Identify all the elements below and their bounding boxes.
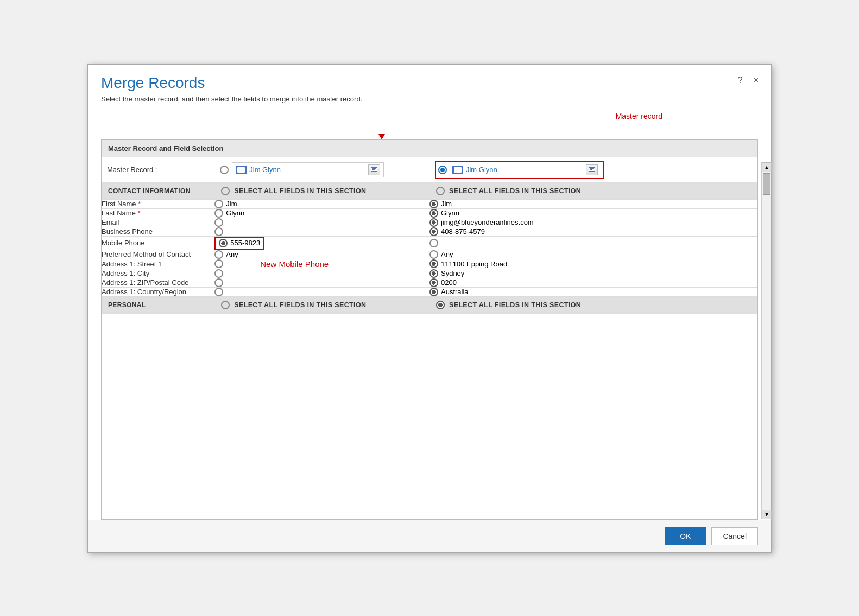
first-name-right-value: Jim xyxy=(441,200,452,208)
master-record-left-radio[interactable] xyxy=(220,166,229,174)
mobile-phone-right-radio[interactable] xyxy=(430,239,438,247)
address-zip-left-cell xyxy=(214,278,430,287)
address-street-right-cell: 111100 Epping Road xyxy=(430,259,757,269)
contact-icon-inner-left xyxy=(237,167,245,173)
field-label-address-street: Address 1: Street 1 xyxy=(102,259,214,269)
table-area: Master Record and Field Selection Master… xyxy=(101,139,758,520)
select-all-left-radio-contact[interactable] xyxy=(221,187,230,195)
section-select-all-right-personal: Select all fields in this section xyxy=(430,296,757,313)
scroll-down-button[interactable]: ▼ xyxy=(762,510,772,519)
master-record-field-label: Master Record : xyxy=(102,157,214,183)
field-label-mobile-phone: Mobile Phone xyxy=(102,236,214,250)
email-right-value: jimg@blueyonderairlines.com xyxy=(441,218,534,226)
master-record-row: Master Record : Jim Glynn xyxy=(102,157,757,183)
last-name-left-value: Glynn xyxy=(226,209,244,217)
section-row-personal: PERSONAL Select all fields in this secti… xyxy=(102,296,757,313)
merge-grid: Master Record : Jim Glynn xyxy=(102,157,757,314)
scrollbar-thumb[interactable] xyxy=(763,173,770,195)
first-name-left-cell: Jim xyxy=(214,199,430,208)
address-street-left-cell: New Mobile Phone xyxy=(214,259,430,269)
lookup-icon-left xyxy=(371,167,377,173)
master-record-right-radio[interactable] xyxy=(438,166,447,174)
cancel-button[interactable]: Cancel xyxy=(711,527,758,545)
preferred-contact-left-value: Any xyxy=(226,250,238,258)
email-left-cell xyxy=(214,218,430,227)
select-all-right-radio-contact[interactable] xyxy=(436,187,445,195)
master-record-left-input[interactable]: Jim Glynn xyxy=(232,162,384,177)
preferred-contact-left-cell: Any xyxy=(214,250,430,259)
master-record-right-cell: Jim Glynn xyxy=(430,157,757,183)
address-country-right-value: Australia xyxy=(441,288,469,296)
last-name-left-radio[interactable] xyxy=(214,209,223,218)
field-label-preferred-contact: Preferred Method of Contact xyxy=(102,250,214,259)
contact-icon-left xyxy=(236,166,247,174)
first-name-left-radio[interactable] xyxy=(214,200,223,208)
address-country-left-radio[interactable] xyxy=(214,288,223,296)
contact-icon-inner-right xyxy=(454,167,462,173)
mobile-phone-left-radio[interactable] xyxy=(219,239,228,247)
svg-rect-7 xyxy=(590,169,592,170)
svg-rect-2 xyxy=(372,168,376,169)
master-record-right-name: Jim Glynn xyxy=(466,166,583,174)
field-label-address-city: Address 1: City xyxy=(102,269,214,278)
business-phone-left-radio[interactable] xyxy=(214,227,223,236)
lookup-icon-right xyxy=(589,167,595,173)
address-zip-right-cell: 0200 xyxy=(430,278,757,287)
select-all-right-radio-personal[interactable] xyxy=(436,301,445,309)
email-left-radio[interactable] xyxy=(214,218,223,227)
scrollbar-track: ▲ ▼ xyxy=(761,162,771,519)
address-street-left-radio[interactable] xyxy=(214,259,223,268)
field-label-business-phone: Business Phone xyxy=(102,227,214,236)
field-label-first-name: First Name * xyxy=(102,199,214,208)
master-record-left-cell: Jim Glynn xyxy=(214,157,430,183)
address-country-left-cell xyxy=(214,287,430,296)
address-city-right-radio[interactable] xyxy=(430,269,438,278)
address-zip-left-radio[interactable] xyxy=(214,278,223,287)
address-street-right-value: 111100 Epping Road xyxy=(441,260,507,268)
section-select-all-right-contact: Select all fields in this section xyxy=(430,182,757,199)
business-phone-right-value: 408-875-4579 xyxy=(441,227,485,236)
field-label-address-zip: Address 1: ZIP/Postal Code xyxy=(102,278,214,287)
table-row: Address 1: ZIP/Postal Code 0200 xyxy=(102,278,757,287)
mobile-phone-right-cell xyxy=(430,236,757,250)
select-all-left-radio-personal[interactable] xyxy=(221,301,230,309)
dialog-controls: ? × xyxy=(735,74,761,86)
annotation-arrow-down xyxy=(378,134,385,139)
last-name-right-value: Glynn xyxy=(441,209,459,217)
close-button[interactable]: × xyxy=(751,74,761,86)
master-record-annotation-container: Master record xyxy=(88,112,771,139)
first-name-right-radio[interactable] xyxy=(430,200,438,208)
master-record-left-lookup[interactable] xyxy=(368,164,380,175)
svg-rect-3 xyxy=(372,169,375,170)
field-label-last-name: Last Name * xyxy=(102,208,214,218)
address-city-left-radio[interactable] xyxy=(214,269,223,278)
mobile-phone-left-value: 555-9823 xyxy=(230,239,260,247)
last-name-right-radio[interactable] xyxy=(430,209,438,218)
email-right-radio[interactable] xyxy=(430,218,438,227)
required-star-last-name: * xyxy=(137,209,140,217)
table-row: Email jimg@blueyonderairlines.com xyxy=(102,218,757,227)
first-name-right-cell: Jim xyxy=(430,199,757,208)
address-country-right-radio[interactable] xyxy=(430,288,438,296)
address-street-right-radio[interactable] xyxy=(430,259,438,268)
ok-button[interactable]: OK xyxy=(665,527,706,545)
preferred-contact-left-radio[interactable] xyxy=(214,250,223,259)
scroll-up-button[interactable]: ▲ xyxy=(762,162,772,172)
help-button[interactable]: ? xyxy=(735,74,746,86)
business-phone-right-cell: 408-875-4579 xyxy=(430,227,757,236)
preferred-contact-right-radio[interactable] xyxy=(430,250,438,259)
preferred-contact-right-value: Any xyxy=(441,250,453,258)
svg-rect-6 xyxy=(590,168,594,169)
table-row: Address 1: Country/Region Australia xyxy=(102,287,757,296)
address-zip-right-radio[interactable] xyxy=(430,278,438,287)
first-name-left-value: Jim xyxy=(226,200,237,208)
new-mobile-annotation-label: New Mobile Phone xyxy=(228,259,329,269)
last-name-right-cell: Glynn xyxy=(430,208,757,218)
last-name-left-cell: Glynn xyxy=(214,208,430,218)
address-zip-right-value: 0200 xyxy=(441,278,457,287)
master-record-right-lookup[interactable] xyxy=(586,164,598,175)
section-label-contact: CONTACT INFORMATION xyxy=(102,182,214,199)
address-city-left-cell xyxy=(214,269,430,278)
master-record-right-input[interactable]: Jim Glynn xyxy=(449,163,601,177)
business-phone-right-radio[interactable] xyxy=(430,227,438,236)
